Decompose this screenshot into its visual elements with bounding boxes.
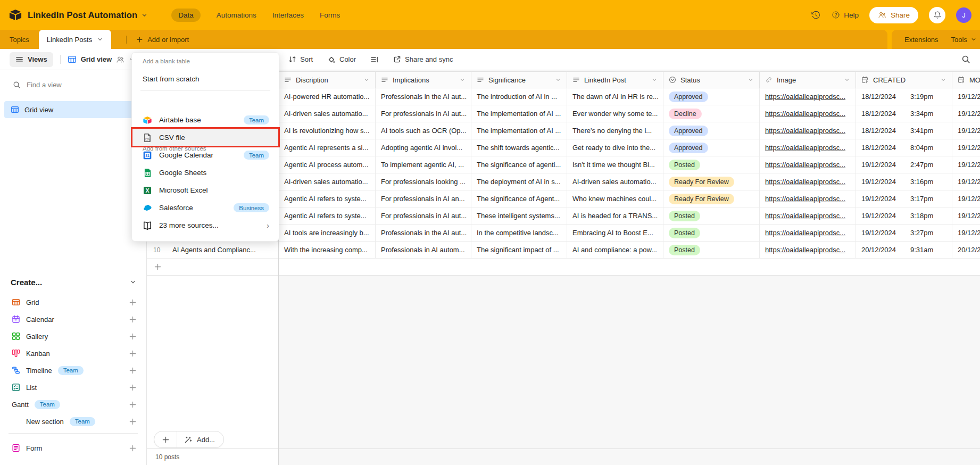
cell-image[interactable]: https://oaidalleapiprodsc... [760, 122, 856, 139]
create-view-item[interactable]: List [0, 379, 146, 396]
add-view-plus-icon[interactable] [129, 384, 137, 392]
menu-source-item[interactable]: Google Sheets [132, 164, 279, 181]
cell-linkedin-post[interactable]: The dawn of AI in HR is re... [567, 88, 663, 105]
column-header[interactable]: Significance [471, 72, 567, 88]
cell-linkedin-post[interactable]: Isn't it time we thought Bl... [567, 156, 663, 173]
cell-modified[interactable]: 19/12/20 [952, 225, 980, 241]
cell-modified[interactable]: 19/12/20 [952, 173, 980, 190]
column-chevron-down-icon[interactable] [555, 77, 561, 83]
cell-created[interactable]: 18/12/2024 3:19pm [856, 88, 952, 105]
cell-discription[interactable]: AI-powered HR automatio... [279, 88, 376, 105]
table-row[interactable]: AI-driven sales automatio... For profess… [279, 105, 980, 122]
base-title-chevron-down-icon[interactable] [141, 12, 148, 19]
row-height-button[interactable] [370, 55, 379, 64]
cell-status[interactable]: Posted [663, 156, 760, 173]
image-url-link[interactable]: https://oaidalleapiprodsc... [765, 144, 845, 152]
cell-significance[interactable]: The deployment of AI in s... [471, 173, 567, 190]
cell-implications[interactable]: For professionals in AI an... [376, 190, 471, 207]
cell-modified[interactable]: 19/12/20 [952, 122, 980, 139]
add-view-plus-icon[interactable] [129, 350, 137, 358]
table-row[interactable]: Agentic AI refers to syste... For profes… [279, 207, 980, 225]
column-header[interactable]: LinkedIn Post [567, 72, 663, 88]
menu-source-item[interactable]: Google Calendar Team [132, 146, 279, 164]
cell-image[interactable]: https://oaidalleapiprodsc... [760, 139, 856, 156]
cell-modified[interactable]: 19/12/20 [952, 139, 980, 156]
cell-created[interactable]: 19/12/2024 3:18pm [856, 207, 952, 224]
cell-status[interactable]: Ready For Review [663, 190, 760, 207]
add-view-plus-icon[interactable] [129, 315, 137, 323]
cell-linkedin-post[interactable]: Ever wonder why some te... [567, 105, 663, 122]
cell-image[interactable]: https://oaidalleapiprodsc... [760, 207, 856, 224]
create-view-item[interactable]: Gantt Team [0, 396, 146, 413]
table-row[interactable]: AI is revolutionizing how s... AI tools … [279, 122, 980, 139]
column-chevron-down-icon[interactable] [844, 77, 850, 83]
cell-linkedin-post[interactable]: AI and compliance: a pow... [567, 242, 663, 258]
table-row[interactable]: AI tools are increasingly b... Professio… [279, 225, 980, 242]
column-header[interactable]: Status [663, 72, 760, 88]
cell-status[interactable]: Ready For Review [663, 173, 760, 190]
help-button[interactable]: Help [832, 11, 859, 19]
column-chevron-down-icon[interactable] [651, 77, 658, 83]
cell-status[interactable]: Decline [663, 105, 760, 122]
cell-implications[interactable]: For professionals in AI aut... [376, 105, 471, 122]
share-and-sync-button[interactable]: Share and sync [393, 55, 453, 63]
cell-image[interactable]: https://oaidalleapiprodsc... [760, 105, 856, 122]
column-chevron-down-icon[interactable] [363, 77, 370, 83]
cell-image[interactable]: https://oaidalleapiprodsc... [760, 156, 856, 173]
cell-image[interactable]: https://oaidalleapiprodsc... [760, 225, 856, 241]
sidebar-item-grid-view[interactable]: Grid view [4, 101, 142, 118]
cell-significance[interactable]: The significant impact of ... [471, 242, 567, 258]
notifications-button[interactable] [929, 7, 945, 23]
cell-created[interactable]: 18/12/2024 3:41pm [856, 122, 952, 139]
add-view-plus-icon[interactable] [129, 298, 137, 306]
cell-discription[interactable]: AI tools are increasingly b... [279, 225, 376, 241]
cell-significance[interactable]: The implementation of AI ... [471, 105, 567, 122]
cell-created[interactable]: 19/12/2024 3:27pm [856, 225, 952, 241]
cell-modified[interactable]: 19/12/20 [952, 207, 980, 224]
cell-significance[interactable]: The shift towards agentic... [471, 139, 567, 156]
search-icon[interactable] [961, 55, 970, 64]
cell-created[interactable]: 19/12/2024 3:16pm [856, 173, 952, 190]
cell-discription[interactable]: Agentic AI refers to syste... [279, 190, 376, 207]
cell-linkedin-post[interactable]: AI is headed for a TRANS... [567, 207, 663, 224]
table-tab-linkedin-posts[interactable]: LinkedIn Posts [39, 30, 111, 49]
cell-image[interactable]: https://oaidalleapiprodsc... [760, 242, 856, 258]
cell-created[interactable]: 18/12/2024 8:04pm [856, 139, 952, 156]
cell-discription[interactable]: AI is revolutionizing how s... [279, 122, 376, 139]
sort-button[interactable]: Sort [288, 55, 313, 63]
cell-significance[interactable]: The significance of agenti... [471, 156, 567, 173]
create-view-item[interactable]: Calendar [0, 311, 146, 328]
cell-linkedin-post[interactable]: Get ready to dive into the... [567, 139, 663, 156]
extensions-button[interactable]: Extensions [904, 36, 939, 44]
cell-status[interactable]: Posted [663, 207, 760, 224]
create-section-header[interactable]: Create... [11, 275, 137, 289]
cell-linkedin-post[interactable]: Embracing AI to Boost E... [567, 225, 663, 241]
menu-source-item[interactable]: CSV file [132, 129, 279, 146]
history-icon[interactable] [811, 10, 821, 20]
cell-status[interactable]: Approved [663, 88, 760, 105]
cell-implications[interactable]: To implement agentic AI, ... [376, 156, 471, 173]
cell-discription[interactable]: Agentic AI process autom... [279, 156, 376, 173]
image-url-link[interactable]: https://oaidalleapiprodsc... [765, 110, 845, 118]
avatar[interactable]: J [956, 7, 971, 23]
cell-status[interactable]: Approved [663, 122, 760, 139]
cell-discription[interactable]: With the increasing comp... [279, 242, 376, 258]
cell-linkedin-post[interactable]: AI-driven sales automatio... [567, 173, 663, 190]
grid-view-switcher[interactable]: Grid view [68, 55, 136, 64]
find-view-search[interactable] [9, 76, 141, 94]
cell-created[interactable]: 20/12/2024 9:31am [856, 242, 952, 258]
cell-discription[interactable]: AI-driven sales automatio... [279, 173, 376, 190]
column-header[interactable]: Implications [376, 72, 471, 88]
cell-status[interactable]: Posted [663, 225, 760, 241]
column-header[interactable]: MOD [952, 72, 980, 88]
cell-significance[interactable]: The significance of Agent... [471, 190, 567, 207]
table-list-chevron-down-icon[interactable] [111, 36, 124, 43]
image-url-link[interactable]: https://oaidalleapiprodsc... [765, 212, 845, 220]
column-header[interactable]: CREATED [856, 72, 952, 88]
views-button[interactable]: Views [10, 52, 53, 67]
image-url-link[interactable]: https://oaidalleapiprodsc... [765, 229, 845, 237]
add-with-ai-button[interactable]: Add... [177, 436, 223, 444]
menu-source-item[interactable]: Microsoft Excel [132, 181, 279, 199]
cell-implications[interactable]: AI tools such as OCR (Op... [376, 122, 471, 139]
table-row[interactable]: With the increasing comp... Professional… [279, 242, 980, 259]
